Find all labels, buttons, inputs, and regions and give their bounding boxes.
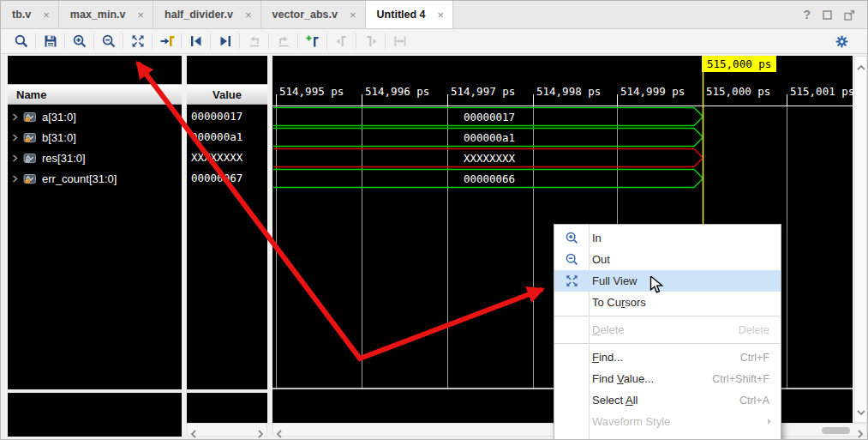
- name-header-label: Name: [16, 88, 46, 101]
- menu-item-label: To Cursors: [589, 296, 646, 309]
- swap-cursors-button: [386, 31, 413, 52]
- expand-chevron-icon[interactable]: [11, 154, 23, 162]
- signal-name: b[31:0]: [42, 131, 76, 144]
- scroll-right-icon[interactable]: [257, 426, 264, 440]
- toolbar-separator: [35, 33, 36, 49]
- bus-signal-icon: [23, 132, 39, 143]
- close-icon[interactable]: ×: [245, 9, 252, 21]
- signal-row-a[interactable]: a[31:0]: [8, 106, 182, 127]
- tab-tb-v[interactable]: tb.v ×: [1, 1, 59, 28]
- bus-signal-icon: [23, 173, 39, 184]
- vivado-waveform-window: tb.v × max_min.v × half_divider.v × vect…: [0, 0, 868, 440]
- toolbar-full-view-button[interactable]: [124, 31, 151, 52]
- menu-item-waveform-style: Waveform Style: [554, 411, 781, 432]
- signal-value: XXXXXXXX: [187, 148, 267, 168]
- toolbar-separator: [385, 33, 386, 49]
- expand-chevron-icon[interactable]: [11, 134, 23, 142]
- vertical-scrollbar[interactable]: [854, 56, 867, 423]
- signal-row-b[interactable]: b[31:0]: [8, 127, 182, 148]
- zoom-out-icon: [554, 252, 589, 267]
- previous-transition-button[interactable]: [183, 31, 209, 52]
- signal-value: 00000067: [187, 168, 267, 189]
- menu-item-full-view[interactable]: Full View: [554, 270, 781, 292]
- toolbar-separator: [93, 33, 94, 49]
- signal-name: a[31:0]: [42, 111, 76, 124]
- toolbar-separator: [152, 33, 153, 49]
- zoom-in-icon: [554, 231, 589, 245]
- close-icon[interactable]: ×: [137, 9, 144, 21]
- menu-item-label: Waveform Style: [589, 415, 670, 428]
- horizontal-splitter[interactable]: [187, 389, 267, 393]
- tab-untitled-4[interactable]: Untitled 4 ×: [366, 1, 454, 28]
- settings-gear-button[interactable]: [829, 31, 855, 52]
- toolbar-separator: [64, 33, 65, 49]
- zoom-out-button[interactable]: [95, 31, 122, 52]
- close-icon[interactable]: ×: [43, 9, 50, 21]
- expand-chevron-icon[interactable]: [11, 113, 23, 121]
- tab-max-min-v[interactable]: max_min.v ×: [59, 1, 153, 28]
- menu-item-select-all[interactable]: Select All Ctrl+A: [554, 389, 781, 411]
- menu-shortcut: Ctrl+F: [740, 352, 781, 364]
- tab-vector-abs-v[interactable]: vector_abs.v ×: [261, 1, 366, 28]
- ruler-tick-label: 514,999 ps: [620, 85, 685, 98]
- menu-item-find-value[interactable]: Find Value... Ctrl+Shift+F: [554, 368, 781, 389]
- ruler-tick-label: 514,997 ps: [451, 85, 515, 98]
- name-column-header[interactable]: Name: [8, 84, 182, 105]
- signal-value: 000000a1: [187, 127, 267, 148]
- waveform-toolbar: [1, 29, 867, 54]
- ruler-tick-label: 515,001 ps: [790, 85, 854, 98]
- previous-edge-button: [241, 31, 267, 52]
- next-edge-button: [270, 31, 296, 52]
- add-marker-button[interactable]: [299, 31, 326, 52]
- help-icon[interactable]: ?: [803, 8, 811, 21]
- toolbar-separator: [268, 33, 269, 49]
- menu-item-label: Full View: [589, 274, 638, 287]
- menu-item-delete: Delete Delete: [554, 319, 781, 341]
- scroll-left-icon[interactable]: [276, 426, 283, 440]
- menu-item-signal-color: Signal Color: [554, 432, 781, 440]
- scroll-right-icon[interactable]: [857, 426, 864, 440]
- tab-label: tb.v: [12, 9, 31, 21]
- float-window-icon[interactable]: [844, 9, 855, 21]
- tab-label: Untitled 4: [377, 9, 426, 21]
- tab-half-divider-v[interactable]: half_divider.v ×: [153, 1, 261, 28]
- save-waveform-button[interactable]: [37, 31, 63, 52]
- menu-shortcut: Delete: [739, 324, 781, 336]
- menu-item-label: In: [589, 232, 602, 244]
- expand-chevron-icon[interactable]: [11, 175, 23, 183]
- menu-item-in[interactable]: In: [554, 227, 781, 249]
- menu-item-find[interactable]: Find... Ctrl+F: [554, 347, 781, 368]
- menu-shortcut: Ctrl+A: [739, 395, 781, 407]
- signal-row-err-count[interactable]: err_count[31:0]: [8, 168, 182, 189]
- find-button[interactable]: [8, 31, 34, 52]
- next-transition-button[interactable]: [212, 31, 238, 52]
- zoom-in-button[interactable]: [66, 31, 93, 52]
- toolbar-separator: [181, 33, 182, 49]
- scroll-left-icon[interactable]: [190, 426, 197, 440]
- menu-item-label: Out: [589, 253, 610, 266]
- toolbar-separator: [210, 33, 211, 49]
- value-column-header[interactable]: Value: [187, 84, 267, 105]
- close-icon[interactable]: ×: [350, 9, 356, 21]
- signal-value: 00000017: [187, 106, 267, 127]
- menu-item-out[interactable]: Out: [554, 249, 781, 270]
- tab-label: half_divider.v: [165, 9, 233, 21]
- menu-item-to-cursors[interactable]: To Cursors: [554, 292, 781, 313]
- horizontal-splitter[interactable]: [8, 389, 182, 393]
- value-header-label: Value: [213, 88, 242, 101]
- scroll-down-icon[interactable]: [857, 404, 865, 419]
- toolbar-separator: [297, 33, 298, 49]
- toolbar-separator: [123, 33, 123, 49]
- signal-row-res[interactable]: res[31:0]: [8, 148, 182, 168]
- maximize-icon[interactable]: [823, 10, 832, 20]
- zoom-fit-icon: [554, 274, 589, 288]
- scrollbar-thumb[interactable]: [822, 427, 850, 434]
- signal-value-panel: Value 00000017 000000a1 XXXXXXXX 0000006…: [187, 56, 267, 437]
- close-icon[interactable]: ×: [438, 9, 445, 21]
- value-horizontal-scrollbar[interactable]: [187, 423, 267, 437]
- cursor-time-label[interactable]: 515,000 ps: [702, 56, 776, 72]
- zoom-to-cursor-button[interactable]: [153, 31, 180, 52]
- scroll-up-icon[interactable]: [857, 59, 865, 75]
- previous-marker-button: [328, 31, 355, 52]
- document-tab-bar: tb.v × max_min.v × half_divider.v × vect…: [1, 1, 867, 29]
